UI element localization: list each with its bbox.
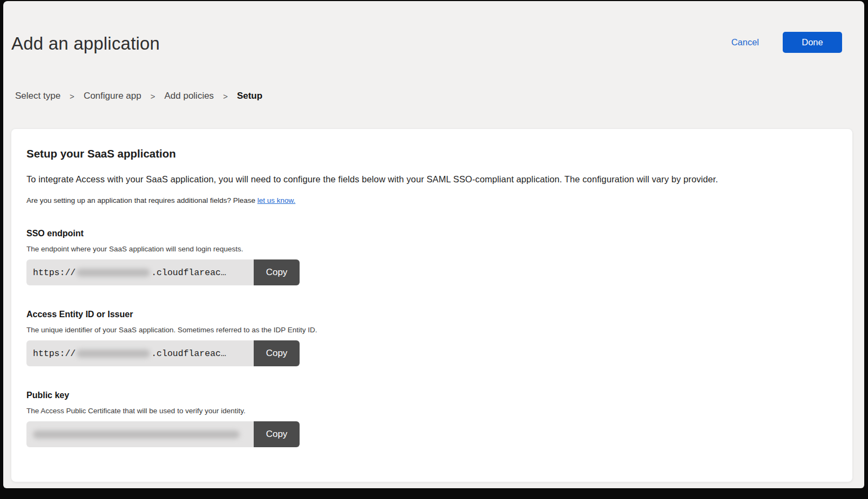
breadcrumb-separator: > (70, 92, 74, 101)
section-sso-endpoint: SSO endpoint The endpoint where your Saa… (26, 229, 837, 285)
section-description: The endpoint where your SaaS application… (26, 245, 837, 253)
copy-button-access-entity-id[interactable]: Copy (254, 340, 300, 366)
redacted-value (77, 269, 150, 277)
done-button[interactable]: Done (783, 32, 842, 53)
breadcrumb-step-setup: Setup (237, 91, 262, 101)
section-description: The unique identifier of your SaaS appli… (26, 326, 837, 334)
let-us-know-link[interactable]: let us know. (257, 196, 296, 204)
section-label: SSO endpoint (26, 229, 837, 238)
value-prefix: https:// (33, 348, 76, 359)
redacted-value (33, 430, 240, 439)
breadcrumb-separator: > (223, 92, 228, 101)
section-label: Public key (26, 391, 837, 400)
sso-endpoint-field: https:// .cloudflareac… Copy (26, 259, 300, 285)
card-title: Setup your SaaS application (26, 147, 837, 160)
card-note-text: Are you setting up an application that r… (26, 196, 257, 204)
cancel-button[interactable]: Cancel (731, 37, 759, 47)
card-intro-text: To integrate Access with your SaaS appli… (26, 174, 837, 184)
breadcrumb-step-add-policies[interactable]: Add policies (164, 91, 214, 101)
sso-endpoint-value: https:// .cloudflareac… (26, 259, 254, 285)
section-access-entity-id: Access Entity ID or Issuer The unique id… (26, 310, 837, 366)
access-entity-id-field: https:// .cloudflareac… Copy (26, 340, 300, 366)
copy-button-public-key[interactable]: Copy (254, 421, 300, 447)
value-suffix: .cloudflareac… (151, 348, 226, 359)
page-title: Add an application (11, 33, 160, 54)
public-key-value (26, 421, 254, 447)
section-description: The Access Public Certificate that will … (26, 407, 837, 415)
value-prefix: https:// (33, 268, 76, 278)
breadcrumb-separator: > (151, 92, 155, 101)
copy-button-sso-endpoint[interactable]: Copy (254, 259, 300, 285)
value-suffix: .cloudflareac… (151, 268, 226, 278)
card-note: Are you setting up an application that r… (26, 196, 837, 204)
breadcrumb: Select type > Configure app > Add polici… (15, 91, 262, 101)
breadcrumb-step-configure-app[interactable]: Configure app (84, 91, 141, 101)
section-label: Access Entity ID or Issuer (26, 310, 837, 319)
header-actions: Cancel Done (731, 32, 842, 53)
app-screen: Add an application Cancel Done Select ty… (3, 1, 864, 488)
redacted-value (77, 350, 150, 358)
setup-card: Setup your SaaS application To integrate… (11, 128, 853, 482)
breadcrumb-step-select-type[interactable]: Select type (15, 91, 60, 101)
public-key-field: Copy (26, 421, 300, 447)
access-entity-id-value: https:// .cloudflareac… (26, 340, 254, 366)
section-public-key: Public key The Access Public Certificate… (26, 391, 837, 447)
